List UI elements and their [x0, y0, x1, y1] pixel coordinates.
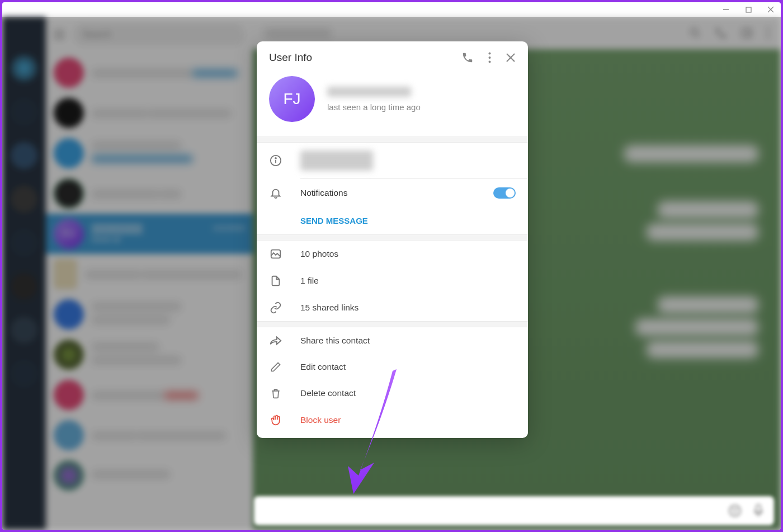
edit-icon	[269, 361, 282, 373]
notifications-label: Notifications	[300, 188, 475, 198]
maximize-button[interactable]	[745, 6, 752, 13]
phone-icon[interactable]	[461, 51, 474, 64]
svg-point-11	[489, 61, 491, 63]
edit-label: Edit contact	[300, 362, 516, 372]
hand-icon	[269, 414, 282, 426]
svg-rect-1	[746, 7, 751, 12]
delete-label: Delete contact	[300, 388, 516, 398]
emoji-icon[interactable]	[728, 504, 742, 517]
window-frame: Search FJ ████████ 1/22/2023	[2, 2, 781, 530]
close-window-button[interactable]	[767, 6, 774, 13]
delete-contact-row[interactable]: Delete contact	[257, 380, 528, 407]
svg-point-9	[489, 53, 491, 55]
svg-point-14	[275, 158, 276, 159]
svg-point-17	[733, 509, 734, 510]
profile-name	[327, 87, 411, 97]
links-row[interactable]: 15 shared links	[257, 294, 528, 321]
bell-icon	[269, 187, 282, 199]
titlebar	[2, 2, 781, 17]
notifications-row[interactable]: Notifications	[257, 179, 528, 207]
mic-icon[interactable]	[753, 503, 764, 518]
close-icon[interactable]	[506, 53, 516, 63]
notifications-toggle[interactable]	[493, 187, 516, 199]
bio-row	[257, 143, 528, 178]
share-label: Share this contact	[300, 336, 516, 346]
send-message-button[interactable]: SEND MESSAGE	[257, 207, 528, 234]
svg-rect-19	[756, 505, 761, 512]
profile-status: last seen a long time ago	[327, 102, 516, 112]
image-icon	[269, 248, 282, 260]
link-icon	[269, 302, 282, 314]
share-icon	[269, 335, 282, 347]
file-icon	[269, 275, 282, 287]
info-icon	[269, 154, 282, 167]
message-input-bar[interactable]	[254, 496, 774, 525]
more-vert-icon[interactable]	[488, 52, 491, 63]
user-info-modal: User Info FJ last	[257, 41, 528, 438]
photos-row[interactable]: 10 photos	[257, 241, 528, 267]
bio-text	[300, 150, 373, 171]
svg-point-18	[736, 509, 737, 510]
modal-title: User Info	[269, 51, 312, 64]
photos-label: 10 photos	[300, 249, 516, 259]
svg-point-10	[489, 57, 491, 59]
minimize-button[interactable]	[723, 6, 729, 13]
trash-icon	[269, 387, 282, 399]
block-label: Block user	[300, 415, 516, 425]
links-label: 15 shared links	[300, 303, 516, 313]
svg-point-16	[729, 505, 740, 516]
files-row[interactable]: 1 file	[257, 267, 528, 294]
edit-contact-row[interactable]: Edit contact	[257, 354, 528, 380]
share-contact-row[interactable]: Share this contact	[257, 327, 528, 354]
profile-avatar[interactable]: FJ	[269, 76, 315, 122]
profile-section: FJ last seen a long time ago	[257, 67, 528, 136]
block-user-row[interactable]: Block user	[257, 407, 528, 434]
files-label: 1 file	[300, 276, 516, 286]
